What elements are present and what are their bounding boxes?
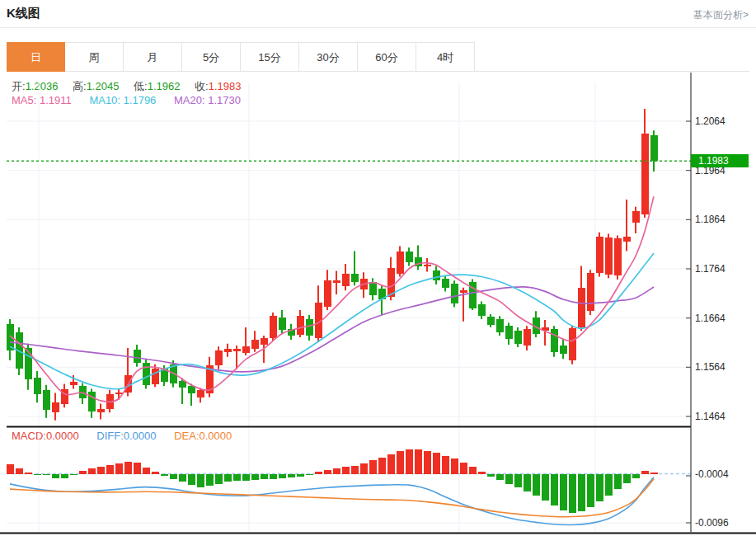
last-price-tag: 1.1983 [691, 154, 749, 167]
kline-chart-canvas[interactable] [0, 0, 756, 536]
